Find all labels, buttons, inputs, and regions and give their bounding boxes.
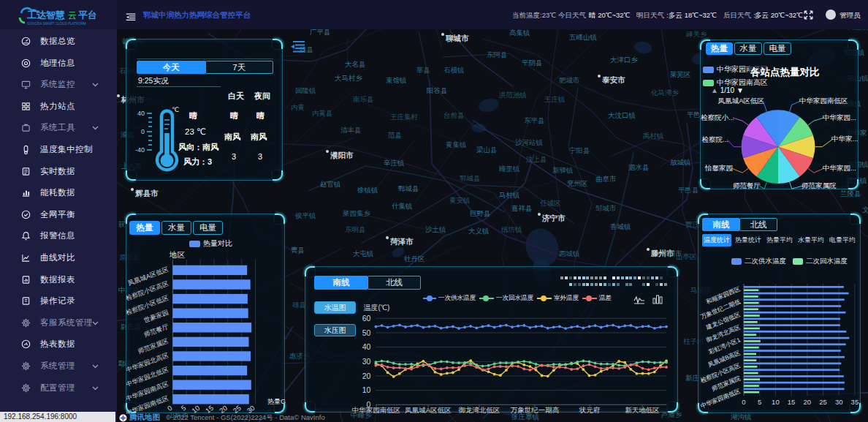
svg-text:黄安镇: 黄安镇 <box>449 196 471 204</box>
svg-text:5: 5 <box>179 404 187 412</box>
svg-text:平邑: 平邑 <box>687 110 701 118</box>
svg-text:广平县: 广平县 <box>310 29 331 36</box>
svg-text:邹城市: 邹城市 <box>595 204 617 212</box>
svg-text:中华家...: 中华家... <box>831 135 858 143</box>
svg-text:济宁市: 济宁市 <box>541 214 566 222</box>
svg-text:平阴县: 平阴县 <box>522 59 543 67</box>
svg-text:莱芜区: 莱芜区 <box>669 70 691 78</box>
svg-text:禹村镇: 禹村镇 <box>643 132 664 140</box>
svg-text:0: 0 <box>141 128 145 135</box>
svg-text:40: 40 <box>137 110 145 117</box>
svg-text:世豪家园: 世豪家园 <box>143 309 170 324</box>
svg-text:10: 10 <box>772 398 780 406</box>
svg-text:疃里镇: 疃里镇 <box>499 165 520 173</box>
svg-text:东明县: 东明县 <box>345 225 366 233</box>
svg-text:兖州区: 兖州区 <box>567 179 588 187</box>
svg-text:师范家属院: 师范家属院 <box>802 181 837 189</box>
svg-text:0: 0 <box>166 404 174 412</box>
svg-text:0: 0 <box>742 398 745 406</box>
svg-text:师范餐厅: 师范餐厅 <box>143 323 170 339</box>
svg-text:菏泽市: 菏泽市 <box>390 237 414 246</box>
svg-text:徐镇镇: 徐镇镇 <box>357 186 378 194</box>
svg-text:清丰县: 清丰县 <box>340 126 362 134</box>
svg-text:阳谷县: 阳谷县 <box>427 86 448 94</box>
svg-text:菜园集乡: 菜园集乡 <box>343 209 371 217</box>
svg-text:鄄城县: 鄄城县 <box>397 184 419 192</box>
svg-text:峄关乡: 峄关乡 <box>686 30 707 38</box>
svg-text:沙河站镇: 沙河站镇 <box>515 138 543 146</box>
svg-text:曲阜市: 曲阜市 <box>595 175 617 183</box>
svg-text:石横镇: 石横镇 <box>443 66 465 74</box>
svg-text:新驿镇: 新驿镇 <box>552 166 574 174</box>
svg-text:王庄集村: 王庄集村 <box>390 113 419 121</box>
svg-text:赵官镇: 赵官镇 <box>320 180 341 188</box>
svg-text:肥城市: 肥城市 <box>559 76 580 84</box>
svg-text:嘉祥县: 嘉祥县 <box>511 204 533 212</box>
svg-text:徐州市: 徐州市 <box>660 249 682 257</box>
svg-text:30: 30 <box>835 398 843 406</box>
svg-text:怡馨家园: 怡馨家园 <box>704 164 733 172</box>
svg-text:曹县: 曹县 <box>291 246 305 254</box>
svg-text:温度(℃): 温度(℃) <box>363 304 389 312</box>
svg-text:40: 40 <box>362 342 371 351</box>
svg-text:25: 25 <box>819 398 827 406</box>
svg-text:-40: -40 <box>135 146 145 154</box>
svg-text:放城镇: 放城镇 <box>670 158 691 166</box>
svg-text:化马湾乡: 化马湾乡 <box>651 88 679 97</box>
svg-text:中华家园...: 中华家园... <box>823 113 856 121</box>
svg-text:郓城县: 郓城县 <box>460 174 481 182</box>
svg-text:雄县: 雄县 <box>292 301 306 309</box>
svg-text:大津口乡: 大津口乡 <box>610 56 639 64</box>
svg-text:汶上县: 汶上县 <box>526 155 547 163</box>
svg-text:巨野县: 巨野县 <box>470 209 491 217</box>
svg-text:泰安市: 泰安市 <box>601 75 625 84</box>
svg-text:5: 5 <box>758 398 761 406</box>
svg-text:大屯镇: 大屯镇 <box>353 249 374 257</box>
svg-text:60: 60 <box>362 314 371 323</box>
svg-text:20: 20 <box>804 398 812 406</box>
svg-text:高庄镇: 高庄镇 <box>848 29 868 31</box>
svg-text:沙土镇: 沙土镇 <box>425 225 446 233</box>
svg-text:束馆镇: 束馆镇 <box>386 76 407 84</box>
svg-text:五峰山镇: 五峰山镇 <box>569 33 597 41</box>
svg-text:莘县: 莘县 <box>416 66 430 74</box>
svg-text:凤凰城A区低区: 凤凰城A区低区 <box>718 97 764 105</box>
svg-text:大汶口镇: 大汶口镇 <box>608 111 636 119</box>
svg-text:检察院小...: 检察院小... <box>701 113 734 121</box>
svg-text:平邑县: 平邑县 <box>678 186 699 194</box>
svg-text:文: 文 <box>862 206 868 214</box>
svg-text:黄集镇: 黄集镇 <box>446 140 467 148</box>
svg-text:15: 15 <box>788 398 796 406</box>
svg-text:50: 50 <box>362 328 371 337</box>
svg-text:两城镇: 两城镇 <box>559 249 580 257</box>
svg-text:马村镇: 马村镇 <box>499 191 520 199</box>
svg-text:王庄镇: 王庄镇 <box>544 95 566 103</box>
svg-text:泗水县: 泗水县 <box>628 163 650 171</box>
svg-text:牡丹区: 牡丹区 <box>404 255 425 263</box>
svg-text:张庄寨镇: 张庄寨镇 <box>511 412 539 421</box>
svg-text:师范餐厅: 师范餐厅 <box>733 181 761 189</box>
svg-text:中华家园南低区: 中华家园南低区 <box>799 97 848 105</box>
svg-text:东阿县: 东阿县 <box>487 50 508 59</box>
svg-text:大义镇: 大义镇 <box>468 227 490 235</box>
svg-text:高集镇: 高集镇 <box>509 29 530 37</box>
svg-text:范县: 范县 <box>387 131 402 139</box>
svg-text:中华家园...: 中华家园... <box>823 164 856 172</box>
svg-text:内黄县: 内黄县 <box>312 109 333 117</box>
svg-text:辉县市: 辉县市 <box>134 189 159 197</box>
svg-text:东平县: 东平县 <box>524 116 545 124</box>
svg-text:洪范池镇: 洪范池镇 <box>499 91 527 99</box>
svg-text:回隆镇: 回隆镇 <box>295 86 316 94</box>
svg-text:大马村乡: 大马村乡 <box>335 74 363 82</box>
svg-text:南乐县: 南乐县 <box>353 95 374 103</box>
svg-text:香城镇: 香城镇 <box>610 222 631 230</box>
svg-text:纸坊镇: 纸坊镇 <box>501 225 522 233</box>
svg-text:侯平镇: 侯平镇 <box>294 211 316 219</box>
svg-text:梁山县: 梁山县 <box>476 146 498 154</box>
svg-text:辛庄镇: 辛庄镇 <box>384 159 405 167</box>
svg-text:什集镇: 什集镇 <box>392 202 413 210</box>
svg-text:台前县: 台前县 <box>443 111 465 119</box>
svg-text:兰陵县: 兰陵县 <box>840 189 861 197</box>
svg-text:聊城市: 聊城市 <box>445 34 469 42</box>
svg-text:检察院...: 检察院... <box>702 135 728 143</box>
